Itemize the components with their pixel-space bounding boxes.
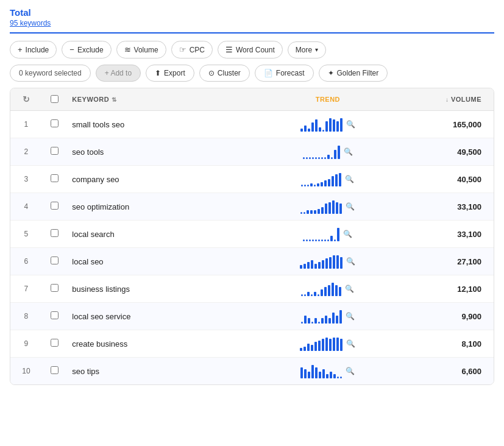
trend-bar	[330, 236, 333, 241]
keywords-count[interactable]: 95 keywords	[10, 19, 494, 27]
trend-bar	[300, 212, 302, 214]
trend-bar	[333, 338, 335, 351]
trend-bar	[307, 210, 309, 214]
trend-bar	[314, 264, 317, 269]
keyword-cell: local seo	[67, 248, 241, 275]
table-row: 3company seo🔍40,500	[10, 166, 494, 193]
trend-bar	[322, 260, 324, 269]
keyword-sort-icon[interactable]: ⇅	[112, 96, 117, 103]
export-icon: ⬆	[155, 69, 161, 77]
export-button[interactable]: ⬆ Export	[146, 65, 194, 82]
trend-bar	[336, 202, 338, 214]
trend-bar	[312, 239, 314, 241]
trend-cell: 🔍	[241, 275, 414, 303]
trend-bar	[334, 150, 336, 159]
trend-bar	[314, 292, 316, 296]
trend-cell: 🔍	[241, 330, 414, 358]
volume-cell: 27,100	[414, 248, 494, 275]
volume-label: Volume	[134, 46, 158, 54]
volume-cell: 12,100	[414, 275, 494, 303]
trend-search-icon[interactable]: 🔍	[344, 147, 353, 156]
trend-search-icon[interactable]: 🔍	[346, 339, 355, 348]
row-checkbox-cell	[42, 193, 67, 221]
keyword-cell: create business	[67, 330, 241, 358]
word-count-label: Word Count	[236, 46, 275, 54]
trend-bar	[300, 367, 303, 378]
volume-cell: 40,500	[414, 166, 494, 193]
trend-search-icon[interactable]: 🔍	[346, 120, 355, 129]
row-number: 2	[10, 138, 42, 166]
word-count-button[interactable]: ☰ Word Count	[218, 41, 283, 58]
row-checkbox[interactable]	[51, 119, 59, 127]
row-checkbox[interactable]	[51, 229, 59, 237]
row-checkbox[interactable]	[51, 311, 59, 319]
trend-bar	[335, 174, 338, 186]
trend-search-icon[interactable]: 🔍	[346, 257, 355, 266]
golden-filter-button[interactable]: ✦ Golden Filter	[319, 65, 388, 82]
trend-bar	[325, 316, 327, 324]
trend-search-icon[interactable]: 🔍	[346, 367, 355, 375]
trend-bar	[311, 345, 313, 351]
trend-search-icon[interactable]: 🔍	[343, 230, 352, 238]
select-all-checkbox[interactable]	[51, 95, 59, 103]
trend-bar	[336, 316, 338, 324]
trend-search-icon[interactable]: 🔍	[345, 175, 354, 183]
trend-bar	[306, 157, 308, 159]
trend-bar	[339, 287, 341, 296]
row-checkbox[interactable]	[51, 174, 59, 182]
table-row: 8local seo service🔍9,900	[10, 303, 494, 330]
trend-bar	[329, 257, 332, 269]
trend-bar	[332, 313, 335, 324]
add-to-button[interactable]: + Add to	[96, 65, 141, 82]
include-label: Include	[26, 46, 49, 54]
trend-search-icon[interactable]: 🔍	[345, 285, 354, 293]
trend-bar	[333, 255, 335, 269]
exclude-button[interactable]: − Exclude	[62, 41, 111, 58]
cluster-icon: ⊙	[208, 69, 215, 77]
trend-bar	[330, 372, 332, 378]
trend-search-icon[interactable]: 🔍	[346, 312, 355, 320]
row-checkbox[interactable]	[51, 147, 59, 155]
row-checkbox[interactable]	[51, 202, 59, 210]
volume-cell: 49,500	[414, 138, 494, 166]
row-checkbox[interactable]	[51, 257, 59, 264]
trend-search-icon[interactable]: 🔍	[346, 202, 355, 211]
action-bar: 0 keyword selected + Add to ⬆ Export ⊙ C…	[10, 65, 494, 82]
row-checkbox[interactable]	[51, 284, 59, 292]
volume-button[interactable]: ≋ Volume	[116, 41, 166, 58]
trend-bar	[319, 372, 321, 378]
cpc-button[interactable]: ☞ CPC	[171, 41, 213, 58]
forecast-button[interactable]: 📄 Forecast	[255, 65, 314, 82]
volume-header: VOLUME	[451, 96, 481, 103]
include-button[interactable]: + Include	[10, 41, 57, 58]
trend-bar	[339, 173, 341, 186]
trend-bar	[327, 155, 330, 159]
row-checkbox[interactable]	[51, 366, 59, 374]
filter-toolbar: + Include − Exclude ≋ Volume ☞ CPC ☰ Wor…	[10, 41, 494, 58]
cpc-icon: ☞	[179, 45, 186, 54]
keyword-selected-badge: 0 keyword selected	[10, 65, 91, 82]
trend-bar	[328, 179, 330, 186]
trend-cell: 🔍	[241, 193, 414, 221]
row-number: 9	[10, 330, 42, 358]
trend-bar	[303, 347, 306, 351]
trend-bar	[318, 294, 319, 296]
trend-bar	[318, 262, 321, 269]
volume-sort-icon[interactable]: ↓	[445, 96, 449, 103]
trend-bar	[314, 210, 316, 214]
trend-bar	[339, 204, 342, 214]
cluster-button[interactable]: ⊙ Cluster	[199, 65, 250, 82]
trend-bar	[317, 183, 319, 186]
row-checkbox[interactable]	[51, 339, 59, 347]
trend-bar	[325, 121, 328, 132]
refresh-icon[interactable]: ↻	[23, 94, 30, 104]
volume-cell: 8,100	[414, 330, 494, 358]
more-button[interactable]: More ▾	[288, 41, 326, 58]
export-label: Export	[164, 69, 185, 77]
row-checkbox-cell	[42, 111, 67, 138]
trend-bar	[328, 285, 330, 296]
trend-bar	[333, 119, 335, 132]
table-row: 2seo tools🔍49,500	[10, 138, 494, 166]
trend-bar	[309, 157, 311, 159]
trend-bar	[337, 377, 339, 378]
